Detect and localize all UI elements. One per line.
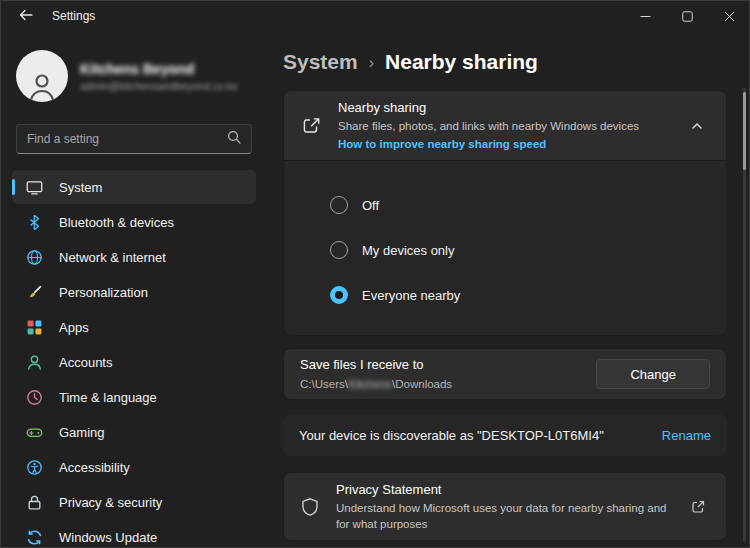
nearby-sharing-card: Nearby sharing Share files, photos, and …	[283, 90, 727, 336]
sidebar-item-network-internet[interactable]: Network & internet	[12, 240, 256, 274]
radio-label: Off	[362, 198, 379, 213]
rename-link[interactable]: Rename	[662, 428, 711, 443]
sidebar-item-label: Personalization	[59, 285, 148, 300]
path-suffix: \Downloads	[392, 378, 452, 390]
chevron-up-icon[interactable]	[682, 111, 712, 141]
breadcrumb-system[interactable]: System	[283, 50, 358, 74]
share-icon	[300, 115, 322, 137]
accessibility-icon	[26, 459, 43, 476]
radio-option-everyone-nearby[interactable]: Everyone nearby	[330, 285, 710, 305]
close-button[interactable]	[708, 0, 750, 32]
save-files-text: Save files I receive to C:\Users\Kitchen…	[300, 356, 452, 392]
sidebar-item-accessibility[interactable]: Accessibility	[12, 450, 256, 484]
sidebar-item-system[interactable]: System	[12, 170, 256, 204]
path-username-redacted: Kitchens	[348, 378, 392, 390]
privacy-statement-title: Privacy Statement	[336, 481, 668, 499]
user-name: Kitchens Beyond	[80, 61, 238, 77]
sidebar-item-label: System	[59, 180, 102, 195]
back-button[interactable]	[16, 6, 36, 26]
caption-buttons	[624, 0, 750, 32]
minimize-button[interactable]	[624, 0, 666, 32]
change-button[interactable]: Change	[596, 359, 710, 389]
titlebar: Settings	[0, 0, 750, 32]
breadcrumb-separator-icon: ›	[369, 52, 374, 72]
radio-button[interactable]	[330, 241, 348, 259]
radio-option-my-devices-only[interactable]: My devices only	[330, 240, 710, 260]
gamepad-icon	[26, 424, 43, 441]
sidebar-item-apps[interactable]: Apps	[12, 310, 256, 344]
external-link-icon[interactable]	[684, 493, 712, 521]
sidebar-item-label: Windows Update	[59, 530, 157, 545]
accounts-person-icon	[26, 354, 43, 371]
back-arrow-icon	[19, 9, 33, 24]
maximize-icon	[682, 11, 693, 22]
sidebar-item-label: Gaming	[59, 425, 105, 440]
sidebar-item-gaming[interactable]: Gaming	[12, 415, 256, 449]
search-input[interactable]	[27, 132, 227, 146]
personalization-brush-icon	[26, 284, 43, 301]
page-title: Nearby sharing	[385, 50, 538, 74]
sidebar: Kitchens Beyond admin@kitchensandbeyond.…	[0, 32, 268, 548]
person-icon	[25, 70, 59, 102]
clock-icon	[26, 389, 43, 406]
nearby-sharing-text: Nearby sharing Share files, photos, and …	[338, 99, 639, 152]
scrollbar-thumb[interactable]	[743, 92, 746, 170]
save-files-path: C:\Users\Kitchens\Downloads	[300, 376, 452, 392]
sidebar-item-label: Apps	[59, 320, 89, 335]
sidebar-item-time-language[interactable]: Time & language	[12, 380, 256, 414]
apps-grid-icon	[26, 319, 43, 336]
nearby-sharing-title: Nearby sharing	[338, 99, 639, 117]
main-content: System › Nearby sharing Nearby sharing S…	[268, 32, 750, 548]
user-email: admin@kitchensandbeyond.co.ke	[80, 80, 238, 92]
search-box[interactable]	[16, 124, 252, 154]
update-arrows-icon	[26, 529, 43, 546]
close-icon	[724, 11, 735, 22]
search-icon	[227, 130, 241, 148]
sidebar-item-personalization[interactable]: Personalization	[12, 275, 256, 309]
sidebar-item-label: Privacy & security	[59, 495, 162, 510]
nearby-sharing-options: Off My devices only Everyone nearby	[284, 160, 726, 335]
lock-icon	[26, 494, 43, 511]
minimize-icon	[640, 11, 651, 22]
radio-label: My devices only	[362, 243, 454, 258]
sidebar-item-windows-update[interactable]: Windows Update	[12, 520, 256, 548]
discoverable-text: Your device is discoverable as "DESKTOP-…	[299, 428, 604, 443]
sidebar-item-accounts[interactable]: Accounts	[12, 345, 256, 379]
sidebar-item-bluetooth-devices[interactable]: Bluetooth & devices	[12, 205, 256, 239]
privacy-statement-description: Understand how Microsoft uses your data …	[336, 500, 668, 532]
shield-icon	[300, 497, 320, 517]
discoverable-row: Your device is discoverable as "DESKTOP-…	[283, 414, 727, 456]
sidebar-nav: System Bluetooth & devices Network & int…	[12, 170, 256, 548]
radio-button[interactable]	[330, 196, 348, 214]
avatar	[16, 50, 68, 102]
window-title: Settings	[52, 9, 95, 23]
nearby-sharing-header[interactable]: Nearby sharing Share files, photos, and …	[284, 91, 726, 160]
radio-button-selected[interactable]	[330, 286, 348, 304]
save-files-title: Save files I receive to	[300, 356, 452, 374]
sidebar-item-label: Network & internet	[59, 250, 166, 265]
scrollbar-track[interactable]	[743, 88, 746, 542]
path-prefix: C:\Users\	[300, 378, 348, 390]
sidebar-item-label: Accounts	[59, 355, 112, 370]
radio-option-off[interactable]: Off	[330, 195, 710, 215]
sidebar-item-label: Time & language	[59, 390, 157, 405]
save-files-card: Save files I receive to C:\Users\Kitchen…	[283, 348, 727, 400]
breadcrumb: System › Nearby sharing	[283, 50, 727, 74]
sidebar-item-privacy-security[interactable]: Privacy & security	[12, 485, 256, 519]
user-profile[interactable]: Kitchens Beyond admin@kitchensandbeyond.…	[16, 50, 252, 102]
sidebar-item-label: Accessibility	[59, 460, 130, 475]
maximize-button[interactable]	[666, 0, 708, 32]
sidebar-item-label: Bluetooth & devices	[59, 215, 174, 230]
settings-list: Nearby sharing Share files, photos, and …	[283, 90, 727, 541]
privacy-statement-card[interactable]: Privacy Statement Understand how Microso…	[283, 472, 727, 541]
system-icon	[26, 179, 43, 196]
radio-label: Everyone nearby	[362, 288, 460, 303]
nearby-sharing-description: Share files, photos, and links with near…	[338, 118, 639, 134]
network-globe-icon	[26, 249, 43, 266]
bluetooth-icon	[26, 214, 43, 231]
user-text: Kitchens Beyond admin@kitchensandbeyond.…	[80, 61, 238, 92]
privacy-statement-text: Privacy Statement Understand how Microso…	[336, 481, 668, 532]
improve-speed-link[interactable]: How to improve nearby sharing speed	[338, 136, 546, 152]
